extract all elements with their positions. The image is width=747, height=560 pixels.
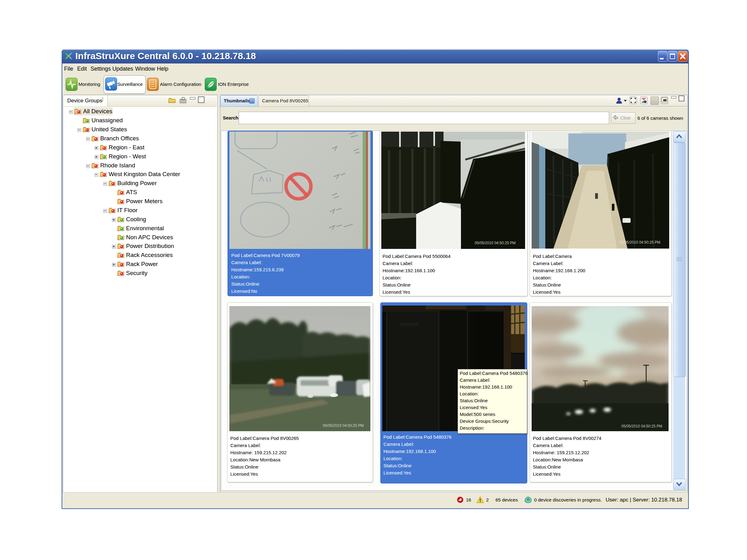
svg-text:05/05/2010 04:50:25 PM: 05/05/2010 04:50:25 PM xyxy=(619,240,660,244)
svg-text:05/05/2010 04:50:25 PM: 05/05/2010 04:50:25 PM xyxy=(621,424,662,428)
svg-text:05/05/2010 04:50:25 PM: 05/05/2010 04:50:25 PM xyxy=(475,241,515,245)
svg-text:05/05/2010 04:50:25 PM: 05/05/2010 04:50:25 PM xyxy=(323,423,364,428)
